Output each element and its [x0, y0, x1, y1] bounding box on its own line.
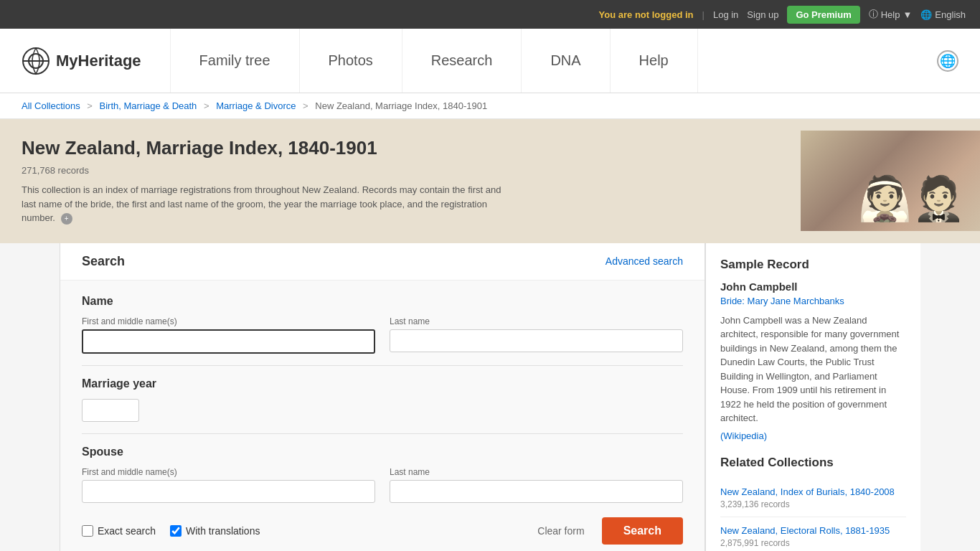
- collection-records-count: 271,768 records: [22, 165, 517, 176]
- related-collections-title: Related Collections: [720, 456, 906, 470]
- clear-form-button[interactable]: Clear form: [529, 519, 593, 542]
- first-name-group: First and middle name(s): [82, 316, 375, 354]
- name-row: First and middle name(s) Last name: [82, 316, 683, 354]
- last-name-input[interactable]: [390, 329, 683, 352]
- search-section-title: Search: [82, 254, 125, 269]
- with-translations-checkbox[interactable]: [170, 525, 182, 537]
- topbar: You are not logged in | Log in Sign up G…: [0, 0, 980, 29]
- related-collections-list: New Zealand, Index of Burials, 1840-2008…: [720, 479, 906, 552]
- search-panel: Search Advanced search Name First and mi…: [60, 243, 705, 552]
- go-premium-button[interactable]: Go Premium: [787, 6, 859, 24]
- list-item: New Zealand, Index of Burials, 1840-2008…: [720, 479, 906, 517]
- first-name-input[interactable]: [82, 329, 375, 354]
- main-navigation: MyHeritage Family tree Photos Research D…: [0, 29, 980, 93]
- related-item-records-1: 3,239,136 records: [720, 499, 906, 509]
- globe-icon: 🌐: [920, 9, 932, 20]
- last-name-label: Last name: [390, 316, 683, 326]
- with-translations-label[interactable]: With translations: [170, 525, 260, 537]
- form-buttons: Clear form Search: [529, 517, 683, 545]
- spouse-last-input[interactable]: [390, 480, 683, 503]
- collection-info: New Zealand, Marriage Index, 1840-1901 2…: [0, 119, 538, 243]
- spouse-last-label: Last name: [390, 467, 683, 477]
- globe-nav-icon[interactable]: 🌐: [937, 50, 958, 72]
- spouse-section-title: Spouse: [82, 446, 683, 458]
- collection-image: [765, 119, 980, 243]
- breadcrumb-current: New Zealand, Marriage Index, 1840-1901: [315, 100, 487, 111]
- logo-icon: [22, 47, 50, 75]
- related-item-records-2: 2,875,991 records: [720, 538, 906, 548]
- nav-research[interactable]: Research: [402, 29, 522, 93]
- advanced-search-link[interactable]: Advanced search: [606, 255, 683, 267]
- logo-text: MyHeritage: [56, 52, 141, 70]
- sample-record-description: John Campbell was a New Zealand architec…: [720, 314, 906, 425]
- collection-description: This collection is an index of marriage …: [22, 183, 517, 225]
- sample-record-name: John Campbell: [720, 281, 906, 293]
- chevron-down-icon: ▼: [903, 9, 912, 20]
- spouse-first-label: First and middle name(s): [82, 467, 375, 477]
- marriage-year-row: [82, 399, 683, 422]
- divider-2: [82, 433, 683, 434]
- marriage-year-section-title: Marriage year: [82, 377, 683, 390]
- nav-right: 🌐: [937, 50, 958, 72]
- first-name-label: First and middle name(s): [82, 316, 375, 326]
- nav-menu: Family tree Photos Research DNA Help: [170, 29, 937, 93]
- breadcrumb: All Collections > Birth, Marriage & Deat…: [0, 93, 980, 119]
- marriage-year-group: [82, 399, 139, 422]
- divider-1: [82, 365, 683, 366]
- form-checkboxes: Exact search With translations: [82, 525, 260, 537]
- not-logged-text: You are not logged in: [599, 9, 694, 20]
- login-link[interactable]: Log in: [713, 9, 738, 20]
- sample-record-bride: Bride: Mary Jane Marchbanks: [720, 296, 906, 306]
- more-info-icon[interactable]: +: [61, 213, 72, 225]
- breadcrumb-marriage-divorce[interactable]: Marriage & Divorce: [216, 100, 296, 111]
- spouse-last-group: Last name: [390, 467, 683, 503]
- breadcrumb-birth-marriage[interactable]: Birth, Marriage & Death: [100, 100, 197, 111]
- search-button[interactable]: Search: [602, 517, 683, 545]
- wedding-photo: [801, 131, 980, 231]
- sidebar: Sample Record John Campbell Bride: Mary …: [705, 243, 920, 552]
- main-container: Search Advanced search Name First and mi…: [60, 243, 920, 552]
- search-form: Name First and middle name(s) Last name: [60, 281, 705, 552]
- marriage-year-input[interactable]: [82, 399, 139, 422]
- nav-photos[interactable]: Photos: [300, 29, 402, 93]
- nav-family-tree[interactable]: Family tree: [170, 29, 300, 93]
- search-section: Search Advanced search Name First and mi…: [60, 243, 705, 552]
- collection-title: New Zealand, Marriage Index, 1840-1901: [22, 137, 517, 159]
- nav-dna[interactable]: DNA: [522, 29, 610, 93]
- spouse-first-input[interactable]: [82, 480, 375, 503]
- spouse-first-group: First and middle name(s): [82, 467, 375, 503]
- list-item: New Zealand, Electoral Rolls, 1881-1935 …: [720, 517, 906, 552]
- breadcrumb-all-collections[interactable]: All Collections: [22, 100, 80, 111]
- collection-header: New Zealand, Marriage Index, 1840-1901 2…: [0, 119, 980, 243]
- form-actions: Exact search With translations Clear for…: [82, 517, 683, 545]
- help-circle-icon: ⓘ: [869, 8, 878, 21]
- name-section-title: Name: [82, 295, 683, 308]
- related-item-link-1[interactable]: New Zealand, Index of Burials, 1840-2008: [720, 486, 895, 497]
- search-header: Search Advanced search: [60, 243, 705, 281]
- help-topbar[interactable]: ⓘ Help ▼: [869, 8, 913, 21]
- exact-search-checkbox[interactable]: [82, 525, 93, 537]
- related-item-link-2[interactable]: New Zealand, Electoral Rolls, 1881-1935: [720, 525, 890, 536]
- language-selector[interactable]: 🌐 English: [920, 9, 966, 20]
- last-name-group: Last name: [390, 316, 683, 354]
- spouse-row: First and middle name(s) Last name: [82, 467, 683, 503]
- exact-search-label[interactable]: Exact search: [82, 525, 156, 537]
- sample-record-title: Sample Record: [720, 258, 906, 272]
- logo[interactable]: MyHeritage: [22, 47, 141, 75]
- wikipedia-link[interactable]: (Wikipedia): [720, 430, 767, 441]
- nav-help[interactable]: Help: [611, 29, 698, 93]
- signup-link[interactable]: Sign up: [747, 9, 778, 20]
